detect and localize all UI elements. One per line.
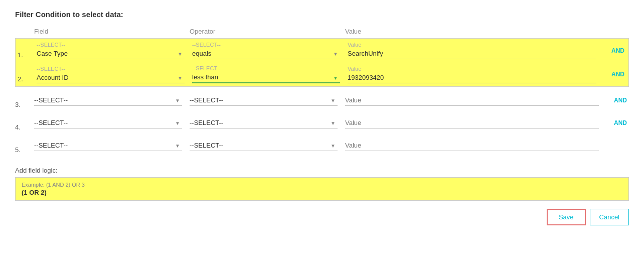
field-group-1: --SELECT-- Case Type ▼ [37, 42, 185, 59]
and-label-2: AND [601, 71, 626, 78]
field-value-3: --SELECT-- [34, 95, 182, 106]
filter-row-2: 2. --SELECT-- Account ID ▼ --SELECT-- le… [18, 62, 626, 86]
field-value-4: --SELECT-- [34, 117, 182, 128]
value-input-1[interactable] [348, 48, 596, 59]
field-select-label-1: --SELECT-- [37, 42, 185, 48]
add-logic-section: Add field logic: Example: (1 AND 2) OR 3… [15, 167, 629, 201]
field-select-label-2: --SELECT-- [37, 66, 185, 72]
field-group-4: --SELECT-- ▼ [34, 117, 182, 128]
button-row: Save Cancel [15, 209, 629, 225]
operator-value-5: --SELECT-- [190, 140, 338, 151]
value-group-2: Value [348, 66, 596, 83]
operator-group-2: --SELECT-- less than ▼ [192, 65, 340, 83]
field-chevron-2: ▼ [178, 75, 183, 80]
value-header: Value [345, 28, 599, 35]
value-input-2[interactable] [348, 72, 596, 83]
field-select-4[interactable]: --SELECT-- ▼ [34, 117, 182, 128]
add-logic-label: Add field logic: [15, 167, 629, 174]
field-value-5: --SELECT-- [34, 140, 182, 151]
operator-chevron-2: ▼ [333, 75, 338, 80]
and-label-4: AND [604, 119, 629, 126]
operator-select-4[interactable]: --SELECT-- ▼ [190, 117, 338, 128]
row-number-2: 2. [18, 66, 37, 83]
operator-value-1: equals [192, 48, 340, 59]
field-select-5[interactable]: --SELECT-- ▼ [34, 140, 182, 151]
operator-select-1[interactable]: equals ▼ [192, 48, 340, 59]
field-select-3[interactable]: --SELECT-- ▼ [34, 95, 182, 106]
value-input-5[interactable] [345, 140, 599, 151]
operator-select-2[interactable]: less than ▼ [192, 72, 340, 83]
page-title: Filter Condition to select data: [15, 10, 629, 19]
field-group-3: --SELECT-- ▼ [34, 95, 182, 106]
operator-chevron-3: ▼ [331, 97, 336, 103]
field-chevron-3: ▼ [175, 97, 180, 103]
field-value-2: Account ID [37, 72, 185, 83]
value-label-2: Value [348, 66, 596, 72]
field-chevron-4: ▼ [175, 120, 180, 125]
row-number-1: 1. [18, 42, 37, 59]
table-header: Field Operator Value [15, 28, 629, 38]
operator-value-4: --SELECT-- [190, 117, 338, 128]
operator-group-4: --SELECT-- ▼ [190, 117, 338, 128]
operator-header: Operator [190, 28, 345, 35]
operator-select-5[interactable]: --SELECT-- ▼ [190, 140, 338, 151]
field-group-5: --SELECT-- ▼ [34, 140, 182, 151]
value-group-5 [345, 140, 599, 151]
operator-select-label-1: --SELECT-- [192, 42, 340, 48]
value-input-4[interactable] [345, 117, 599, 128]
operator-group-1: --SELECT-- equals ▼ [192, 42, 340, 59]
value-group-3 [345, 95, 599, 106]
logic-placeholder: Example: (1 AND 2) OR 3 [22, 182, 622, 188]
operator-chevron-5: ▼ [331, 143, 336, 148]
logic-value: (1 OR 2) [22, 189, 622, 196]
value-input-3[interactable] [345, 95, 599, 106]
field-group-2: --SELECT-- Account ID ▼ [37, 66, 185, 83]
operator-select-3[interactable]: --SELECT-- ▼ [190, 95, 338, 106]
row-number-3: 3. [15, 92, 34, 108]
field-select-2[interactable]: Account ID ▼ [37, 72, 185, 83]
value-group-4 [345, 117, 599, 128]
operator-chevron-4: ▼ [331, 120, 336, 125]
and-label-3: AND [604, 97, 629, 104]
and-label-1: AND [601, 47, 626, 54]
operator-value-2: less than [192, 72, 340, 83]
field-value-1: Case Type [37, 48, 185, 59]
field-chevron-5: ▼ [175, 143, 180, 148]
highlighted-rows: 1. --SELECT-- Case Type ▼ --SELECT-- equ… [15, 38, 629, 87]
value-label-1: Value [348, 42, 596, 48]
cancel-button[interactable]: Cancel [590, 209, 629, 225]
value-group-1: Value [348, 42, 596, 59]
operator-group-3: --SELECT-- ▼ [190, 95, 338, 106]
filter-row-1: 1. --SELECT-- Case Type ▼ --SELECT-- equ… [18, 39, 626, 62]
row-number-4: 4. [15, 114, 34, 131]
operator-group-5: --SELECT-- ▼ [190, 140, 338, 151]
filter-row-5: 5. --SELECT-- ▼ --SELECT-- ▼ [15, 134, 629, 157]
operator-select-label-2: --SELECT-- [192, 65, 340, 71]
field-select-1[interactable]: Case Type ▼ [37, 48, 185, 59]
field-chevron-1: ▼ [178, 51, 183, 57]
filter-row-3: 3. --SELECT-- ▼ --SELECT-- ▼ AND [15, 89, 629, 111]
operator-chevron-1: ▼ [333, 51, 338, 57]
field-header: Field [34, 28, 190, 35]
logic-input-box[interactable]: Example: (1 AND 2) OR 3 (1 OR 2) [15, 177, 629, 201]
operator-value-3: --SELECT-- [190, 95, 338, 106]
row-number-5: 5. [15, 137, 34, 154]
filter-table: Field Operator Value 1. --SELECT-- Case … [15, 28, 629, 157]
save-button[interactable]: Save [547, 209, 586, 225]
filter-row-4: 4. --SELECT-- ▼ --SELECT-- ▼ AND [15, 111, 629, 134]
